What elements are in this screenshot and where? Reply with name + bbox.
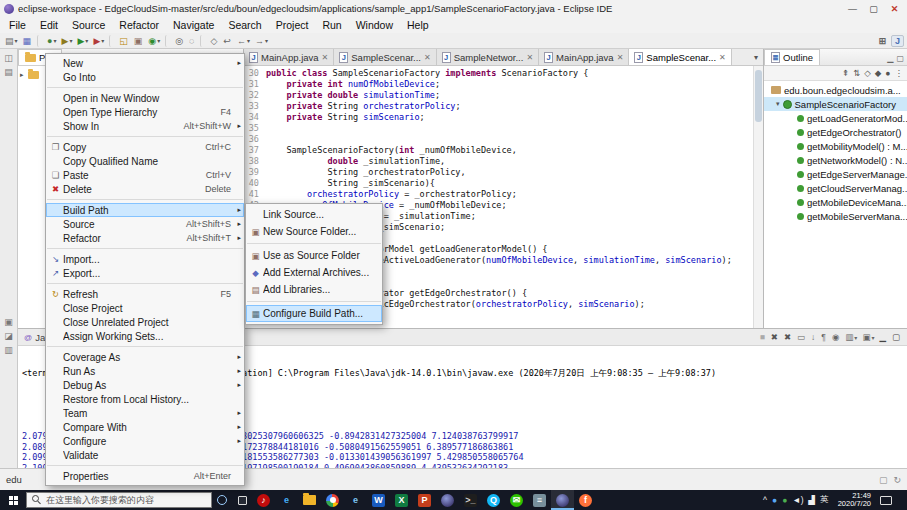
outline-item[interactable]: getNetworkModel() : N... xyxy=(764,153,907,167)
tray-app-blue-icon[interactable]: ● xyxy=(772,495,777,505)
notepad-icon[interactable]: ≡ xyxy=(528,490,551,510)
chrome-icon[interactable] xyxy=(321,490,344,510)
context-menu-item[interactable]: Team ▸ xyxy=(46,406,244,420)
context-menu-item[interactable]: ↻ Refresh F5 xyxy=(46,287,244,301)
start-button[interactable] xyxy=(0,490,26,510)
tab-close-icon[interactable]: ✕ xyxy=(322,53,329,62)
taskbar-search[interactable]: 在这里输入你要搜索的内容 xyxy=(26,492,212,508)
outline-item[interactable]: getEdgeOrchestrator() xyxy=(764,125,907,139)
outline-item[interactable]: getMobileServerMana... xyxy=(764,209,907,223)
outline-item[interactable]: getMobileDeviceMana... xyxy=(764,195,907,209)
context-menu-item[interactable]: ❐ Copy Ctrl+C xyxy=(46,140,244,154)
search-icon[interactable]: ◌ xyxy=(187,34,197,48)
maximize-view-icon[interactable]: ▢ xyxy=(892,332,901,342)
editor-tab[interactable]: J MainApp.java ✕ xyxy=(539,49,629,65)
submenu-item[interactable] xyxy=(247,301,381,302)
close-button[interactable]: ✕ xyxy=(886,4,903,14)
submenu-item[interactable]: ▤ Add Libraries... xyxy=(246,281,382,298)
open-perspective-icon[interactable]: ⊞ xyxy=(875,36,889,46)
context-menu-item[interactable]: Show In Alt+Shift+W ▸ xyxy=(46,119,244,133)
outline-item[interactable]: ▾ SampleScenarioFactory xyxy=(764,97,907,111)
minimize-view-icon[interactable]: ▁ xyxy=(879,332,887,342)
ime-indicator[interactable]: 英 xyxy=(820,494,829,506)
minimized-view-icon[interactable]: ▥ xyxy=(4,345,13,355)
cortana-button[interactable] xyxy=(212,490,232,510)
context-menu-item[interactable]: Close Unrelated Project xyxy=(46,315,244,329)
context-menu-item[interactable]: Copy Qualified Name xyxy=(46,154,244,168)
taskbar-clock[interactable]: 21:49 2020/7/20 xyxy=(834,492,875,509)
new-wizard-icon[interactable]: ▤ ▾ xyxy=(3,34,20,48)
scroll-lock-icon[interactable]: ↓ xyxy=(811,332,816,342)
minimized-view-icon[interactable]: ◫ xyxy=(4,53,13,63)
context-menu-item[interactable]: Refactor Alt+Shift+T ▸ xyxy=(46,231,244,245)
terminate-icon[interactable]: ■ xyxy=(760,332,766,342)
context-menu-item[interactable] xyxy=(47,87,243,88)
context-menu-item[interactable]: Compare With ▸ xyxy=(46,420,244,434)
excel-icon[interactable]: X xyxy=(390,490,413,510)
context-menu-item[interactable]: Open Type Hierarchy F4 xyxy=(46,105,244,119)
clear-console-icon[interactable]: ▭ xyxy=(797,332,806,342)
remove-launch-icon[interactable]: ✖ xyxy=(771,332,779,342)
context-menu-item[interactable]: Assign Working Sets... xyxy=(46,329,244,343)
context-menu-item[interactable] xyxy=(47,346,243,347)
collapse-all-icon[interactable]: ⇞ xyxy=(842,68,849,78)
toolbar-icon[interactable] xyxy=(37,35,42,47)
new-package-icon[interactable]: ▣ xyxy=(132,34,146,48)
maximize-view-icon[interactable]: ▢ xyxy=(896,54,904,63)
minimize-view-icon[interactable]: ▁ xyxy=(887,54,893,63)
menu-item[interactable]: Help xyxy=(400,19,436,31)
outline-item[interactable]: getLoadGeneratorMod... xyxy=(764,111,907,125)
tree-expand-icon[interactable]: ▸ xyxy=(20,71,24,79)
debug-icon[interactable]: ● ▾ xyxy=(45,34,58,48)
scrollbar-thumb[interactable] xyxy=(755,70,762,122)
menu-item[interactable]: Project xyxy=(269,19,316,31)
context-menu-item[interactable]: Build Path ▸ xyxy=(46,203,244,217)
save-icon[interactable]: ▦ xyxy=(21,34,35,48)
edge-icon[interactable]: e xyxy=(275,490,298,510)
network-icon[interactable]: ▟ xyxy=(809,495,816,505)
notification-center-icon[interactable] xyxy=(880,496,892,505)
coverage-icon[interactable]: ▶ ▾ xyxy=(60,34,75,48)
external-tools-icon[interactable]: ▶ ▾ xyxy=(91,34,106,48)
minimized-view-icon[interactable]: ▤ xyxy=(4,67,13,77)
context-menu-item[interactable]: Properties Alt+Enter xyxy=(46,469,244,483)
powerpoint-icon[interactable]: P xyxy=(413,490,436,510)
eclipse-active-icon[interactable] xyxy=(551,490,574,510)
tab-outline[interactable]: ≣ Outline xyxy=(764,49,820,65)
forward-icon[interactable]: → ▾ xyxy=(253,34,270,48)
context-menu-item[interactable]: Run As ▸ xyxy=(46,364,244,378)
context-menu-item[interactable]: Open in New Window xyxy=(46,91,244,105)
tab-close-icon[interactable]: ✕ xyxy=(526,53,533,62)
menu-item[interactable]: File xyxy=(2,19,33,31)
maximize-button[interactable]: ▢ xyxy=(865,4,882,14)
file-explorer-icon[interactable] xyxy=(298,490,321,510)
view-menu-icon[interactable]: ⋮ xyxy=(895,68,904,78)
new-class-icon[interactable]: ◉ ▾ xyxy=(146,34,162,48)
context-menu-item[interactable]: ❏ Paste Ctrl+V xyxy=(46,168,244,182)
qq-icon[interactable]: Q xyxy=(482,490,505,510)
toolbar-icon[interactable] xyxy=(109,35,114,47)
tab-close-icon[interactable]: ✕ xyxy=(424,53,431,62)
tab-list-chevron-icon[interactable]: ▾ xyxy=(749,53,763,62)
context-menu-item[interactable]: New ▸ xyxy=(46,56,244,70)
last-edit-location-icon[interactable]: ↩ xyxy=(221,34,234,48)
menu-item[interactable]: Window xyxy=(349,19,400,31)
open-console-icon[interactable]: ▣▾ xyxy=(862,332,874,342)
tray-expand-icon[interactable]: ^ xyxy=(763,495,767,505)
status-tray-icon[interactable]: ▢ xyxy=(879,475,888,485)
context-menu-item[interactable]: ↗ Export... xyxy=(46,266,244,280)
editor-tab[interactable]: J SampleNetwor... ✕ xyxy=(437,49,539,65)
context-menu-item[interactable]: Configure ▸ xyxy=(46,434,244,448)
minimized-view-icon[interactable]: ▣ xyxy=(4,317,13,327)
menu-item[interactable]: Source xyxy=(65,19,112,31)
outline-item[interactable]: getCloudServerManag... xyxy=(764,181,907,195)
menu-item[interactable]: Edit xyxy=(33,19,65,31)
context-menu-item[interactable] xyxy=(47,465,243,466)
minimized-view-icon[interactable]: ◪ xyxy=(4,331,13,341)
sort-icon[interactable]: ⇅ xyxy=(853,68,860,78)
tab-close-icon[interactable]: ✕ xyxy=(719,53,726,62)
tab-close-icon[interactable]: ✕ xyxy=(617,53,624,62)
menu-item[interactable]: Run xyxy=(315,19,348,31)
task-view-button[interactable] xyxy=(232,490,252,510)
context-menu-item[interactable]: Validate xyxy=(46,448,244,462)
